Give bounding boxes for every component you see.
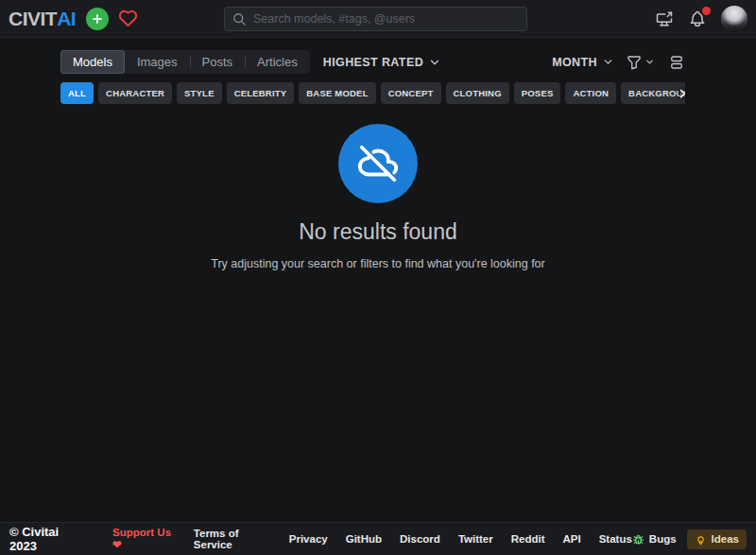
view-layout-toggle[interactable] [668, 54, 685, 71]
chevron-down-icon [602, 56, 614, 68]
bugs-button[interactable]: Bugs [632, 533, 677, 546]
bulb-icon [695, 533, 707, 546]
heart-icon [117, 8, 139, 29]
filter-icon [626, 54, 643, 71]
category-chip[interactable]: POSES [514, 82, 561, 104]
category-chip[interactable]: CLOTHING [446, 82, 509, 104]
footer-links: Support Us ❤Terms of ServicePrivacyGitHu… [112, 527, 632, 551]
sort-label: HIGHEST RATED [323, 56, 423, 69]
civitai-logo[interactable]: CIVITAI [9, 8, 76, 30]
create-button[interactable] [86, 8, 109, 30]
category-chip[interactable]: STYLE [177, 82, 222, 104]
footer-link[interactable]: Reddit [511, 533, 545, 545]
footer-link[interactable]: API [563, 533, 581, 545]
notifications-button[interactable] [688, 9, 707, 28]
footer-link[interactable]: Discord [400, 533, 440, 545]
search-input[interactable] [253, 12, 519, 26]
scroll-right-button[interactable] [676, 86, 690, 100]
plus-icon [91, 12, 104, 26]
filter-dropdown[interactable] [626, 54, 655, 71]
footer-link[interactable]: Twitter [458, 533, 493, 545]
search-icon [232, 12, 247, 26]
page-footer: © Civitai 2023 Support Us ❤Terms of Serv… [0, 522, 756, 555]
category-chip-list: ALLCHARACTERSTYLECELEBRITYBASE MODELCONC… [60, 82, 685, 104]
content-type-tab[interactable]: Posts [190, 50, 246, 74]
favorites-button[interactable] [117, 8, 139, 29]
chevron-down-icon [644, 57, 655, 67]
notification-badge [702, 7, 711, 15]
footer-link[interactable]: Support Us ❤ [112, 527, 176, 551]
footer-link[interactable]: GitHub [346, 533, 382, 545]
footer-link[interactable]: Status [599, 533, 632, 545]
ideas-label: Ideas [712, 533, 739, 545]
logo-text-accent: AI [57, 8, 76, 30]
ideas-button[interactable]: Ideas [687, 529, 747, 549]
user-avatar[interactable] [721, 6, 747, 32]
period-label: MONTH [552, 56, 597, 69]
content-type-tab[interactable]: Models [60, 50, 125, 74]
category-filter-bar: ALLCHARACTERSTYLECELEBRITYBASE MODELCONC… [60, 82, 685, 104]
footer-link[interactable]: Terms of Service [194, 528, 271, 550]
screen-share-icon [655, 9, 674, 28]
feed-toolbar: ModelsImagesPostsArticles HIGHEST RATED … [60, 50, 685, 74]
empty-state-graphic [338, 124, 418, 203]
copyright-text: © Civitai 2023 [9, 525, 87, 553]
search-bar [224, 7, 527, 31]
category-chip[interactable]: CELEBRITY [227, 82, 295, 104]
footer-link[interactable]: Privacy [289, 533, 328, 545]
chevron-right-icon [676, 86, 690, 100]
top-navbar: CIVITAI [0, 0, 756, 38]
content-type-tabs: ModelsImagesPostsArticles [60, 50, 310, 74]
empty-state-title: No results found [0, 219, 756, 245]
category-chip[interactable]: ALL [60, 82, 94, 104]
chevron-down-icon [428, 56, 441, 69]
bug-icon [632, 533, 644, 546]
sort-dropdown[interactable]: HIGHEST RATED [323, 56, 441, 69]
empty-state-subtitle: Try adjusting your search or filters to … [0, 257, 756, 270]
cloud-off-icon [356, 142, 400, 185]
category-chip[interactable]: CONCEPT [381, 82, 441, 104]
category-chip[interactable]: BASE MODEL [299, 82, 375, 104]
logo-text-primary: CIVIT [9, 8, 57, 30]
period-dropdown[interactable]: MONTH [552, 56, 614, 69]
results-area: No results found Try adjusting your sear… [0, 124, 756, 270]
theater-mode-button[interactable] [655, 9, 674, 28]
layout-cards-icon [668, 54, 685, 71]
category-chip[interactable]: ACTION [565, 82, 616, 104]
category-chip[interactable]: CHARACTER [98, 82, 172, 104]
bugs-label: Bugs [649, 533, 677, 545]
content-type-tab[interactable]: Images [125, 50, 190, 74]
content-type-tab[interactable]: Articles [245, 50, 310, 74]
